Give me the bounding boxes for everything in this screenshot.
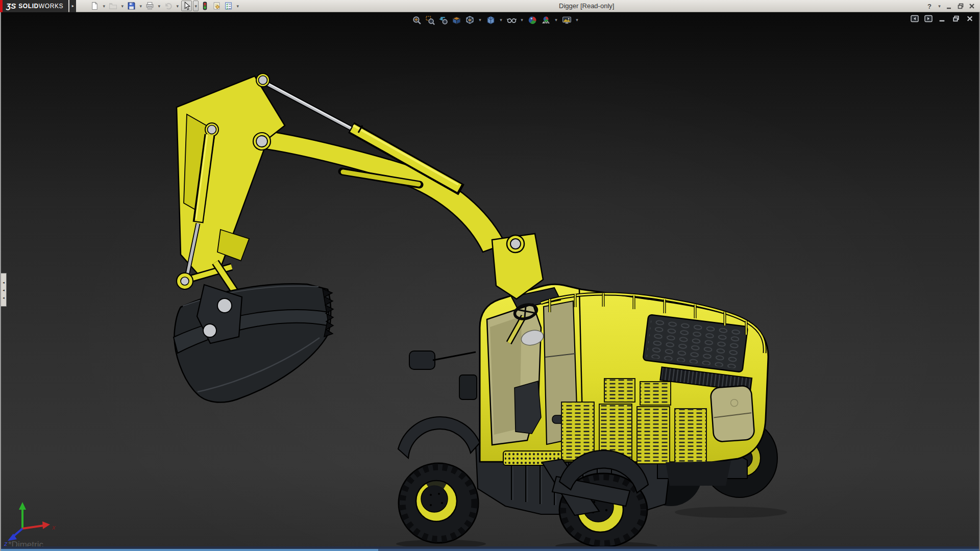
close-icon — [968, 3, 975, 10]
open-button[interactable] — [108, 1, 118, 11]
collapse-arrow-icon: ◂ — [3, 281, 5, 284]
print-button[interactable] — [144, 1, 155, 11]
print-icon — [145, 2, 154, 10]
restore-icon — [957, 3, 964, 10]
collapse-arrow-icon: ◂ — [3, 296, 5, 299]
heads-up-view-toolbar: ▾▾▾▾▾ — [411, 14, 580, 26]
x-axis-label: x — [52, 523, 56, 531]
pane-right-icon — [924, 15, 933, 22]
previous-view-icon — [438, 15, 448, 25]
z-axis-label: z — [4, 540, 8, 547]
undo-button[interactable] — [163, 1, 174, 11]
open-icon — [109, 2, 117, 10]
view-settings-button[interactable] — [561, 14, 572, 26]
solidworks-logo: ƷS SOLID WORKS — [3, 0, 68, 12]
select-dropdown[interactable]: ▾ — [193, 1, 199, 11]
help-icon: ? — [927, 3, 932, 10]
digger-model[interactable] — [1, 12, 980, 551]
pane-left-button[interactable] — [911, 15, 919, 22]
apply-scene-icon — [541, 15, 551, 25]
close-button[interactable] — [968, 1, 976, 11]
doc-minimize-button[interactable] — [938, 15, 946, 22]
hide-show-items-button[interactable] — [506, 14, 517, 26]
titlebar: ƷS SOLID WORKS ▸ ▾▾▾▾▾▾▾ Digger [Read-on… — [0, 0, 980, 12]
file-properties-button[interactable] — [211, 1, 222, 11]
select-icon — [182, 2, 191, 10]
options-button[interactable] — [223, 1, 234, 11]
section-view-icon — [452, 15, 461, 25]
print-dropdown[interactable]: ▾ — [156, 1, 162, 11]
file-properties-icon — [212, 2, 221, 10]
select-button[interactable] — [181, 1, 192, 11]
hide-show-items-icon — [507, 15, 517, 25]
menu-expand-arrow[interactable]: ▸ — [69, 0, 76, 12]
pane-right-button[interactable] — [924, 15, 933, 22]
zoom-to-area-icon — [425, 15, 435, 25]
y-axis-arrow-icon — [19, 502, 26, 510]
new-document-button[interactable] — [89, 1, 100, 11]
doc-restore-button[interactable] — [952, 15, 960, 22]
minimize-button[interactable] — [945, 1, 953, 11]
apply-scene-dropdown[interactable]: ▾ — [553, 14, 559, 26]
zoom-to-area-button[interactable] — [424, 14, 435, 26]
options-icon — [224, 2, 233, 10]
window-title: Digger [Read-only] — [559, 2, 614, 10]
open-dropdown[interactable]: ▾ — [119, 1, 125, 11]
edit-appearance-icon — [528, 15, 537, 25]
display-style-button[interactable] — [485, 14, 496, 26]
x-axis-arrow-icon — [42, 521, 50, 529]
brand-text-bold: SOLID — [18, 3, 39, 10]
save-dropdown[interactable]: ▾ — [138, 1, 143, 11]
help-dropdown[interactable]: ▾ — [937, 1, 942, 12]
undo-dropdown[interactable]: ▾ — [175, 1, 180, 11]
doc-close-button[interactable] — [966, 15, 974, 22]
minimize-icon — [946, 3, 953, 10]
zoom-to-fit-button[interactable] — [411, 14, 422, 26]
help-button[interactable]: ? — [925, 1, 934, 11]
hide-show-items-dropdown[interactable]: ▾ — [519, 14, 525, 26]
edit-appearance-button[interactable] — [527, 14, 538, 26]
graphics-viewport[interactable]: ▾▾▾▾▾ ◂ ◂ ◂ x z *Dimetric — [0, 12, 980, 551]
feature-manager-collapsed-tab[interactable]: ◂ ◂ ◂ — [1, 273, 7, 307]
save-button[interactable] — [126, 1, 137, 11]
zoom-to-fit-icon — [412, 15, 422, 25]
apply-scene-button[interactable] — [540, 14, 551, 26]
undo-icon — [164, 2, 173, 10]
rebuild-icon — [201, 2, 209, 10]
options-dropdown[interactable]: ▾ — [235, 1, 240, 11]
solidworks-logo-icon: ƷS — [6, 2, 16, 10]
new-document-dropdown[interactable]: ▾ — [101, 1, 107, 11]
restore-button[interactable] — [957, 1, 965, 11]
display-style-icon — [486, 15, 496, 25]
window-bottom-edge — [1, 546, 980, 551]
view-orientation-icon — [465, 15, 475, 25]
doc-minimize-icon — [938, 15, 946, 22]
document-window-controls — [911, 15, 974, 22]
pane-left-icon — [911, 15, 919, 22]
display-style-dropdown[interactable]: ▾ — [498, 14, 504, 26]
collapse-arrow-icon: ◂ — [3, 288, 5, 292]
view-settings-dropdown[interactable]: ▾ — [574, 14, 580, 26]
titlebar-controls: ?▾ — [925, 0, 976, 12]
view-orientation-dropdown[interactable]: ▾ — [477, 14, 483, 26]
doc-close-icon — [966, 15, 974, 22]
section-view-button[interactable] — [451, 14, 462, 26]
view-settings-icon — [562, 15, 572, 25]
standard-toolbar: ▾▾▾▾▾▾▾ — [89, 0, 240, 12]
view-orientation-button[interactable] — [464, 14, 475, 26]
new-document-icon — [90, 2, 99, 10]
save-icon — [127, 2, 136, 10]
previous-view-button[interactable] — [437, 14, 449, 26]
orientation-triad: x z — [3, 500, 59, 547]
rebuild-button[interactable] — [200, 1, 210, 11]
doc-restore-icon — [952, 15, 960, 22]
brand-text-light: WORKS — [39, 3, 63, 10]
